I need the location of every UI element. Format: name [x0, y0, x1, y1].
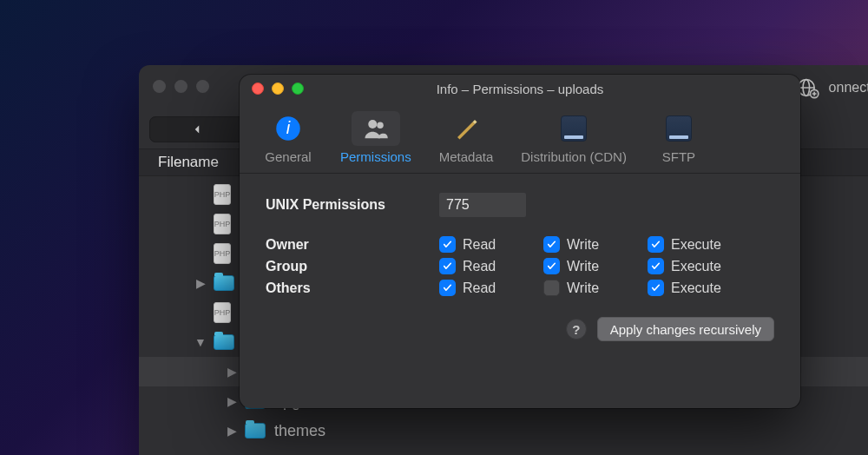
svg-point-8 — [368, 120, 377, 129]
perm-label: Read — [463, 237, 496, 253]
disclosure-triangle-icon[interactable]: ▶ — [194, 276, 207, 290]
tab-bar: i General Permissions Metadata Distribut… — [240, 97, 800, 174]
folder-row[interactable]: ▶themes — [139, 416, 868, 445]
close-button[interactable] — [252, 82, 264, 95]
perm-label: Execute — [671, 259, 721, 274]
checkbox-group-write[interactable] — [543, 258, 560, 274]
perm-label: Write — [567, 259, 599, 274]
perm-group-write: Write — [543, 258, 648, 274]
role-label-owner: Owner — [266, 237, 439, 253]
file-icon: PHP — [214, 302, 231, 323]
window-title: Info – Permissions – uploads — [240, 76, 800, 96]
toolbar-right: onnection — [792, 73, 868, 102]
unix-permissions-row: UNIX Permissions — [266, 193, 774, 217]
back-button[interactable] — [149, 116, 245, 142]
role-label-others: Others — [266, 280, 439, 296]
perm-label: Read — [463, 259, 496, 274]
apply-recursively-button[interactable]: Apply changes recursively — [597, 317, 774, 341]
checkbox-owner-read[interactable] — [439, 236, 456, 253]
checkbox-group-read[interactable] — [439, 258, 456, 274]
zoom-button[interactable] — [292, 82, 304, 95]
tab-permissions[interactable]: Permissions — [330, 106, 422, 173]
perm-others-read: Read — [439, 280, 543, 296]
permissions-grid: OwnerReadWriteExecuteGroupReadWriteExecu… — [266, 236, 774, 296]
checkbox-others-write[interactable] — [543, 280, 560, 296]
checkbox-group-execute[interactable] — [648, 258, 664, 274]
file-icon: PHP — [214, 243, 231, 264]
tab-general[interactable]: i General — [253, 106, 323, 173]
unix-permissions-input[interactable] — [439, 193, 526, 217]
filename-header-label: Filename — [158, 154, 219, 171]
folder-icon — [214, 334, 234, 350]
file-icon: PHP — [214, 214, 231, 234]
tab-sftp[interactable]: SFTP — [644, 106, 713, 173]
file-icon: PHP — [214, 184, 231, 205]
perm-group-read: Read — [439, 258, 543, 274]
info-window: Info – Permissions – uploads i General P… — [240, 75, 800, 408]
tab-distribution[interactable]: Distribution (CDN) — [510, 106, 637, 173]
perm-label: Write — [567, 280, 599, 296]
checkbox-owner-write[interactable] — [543, 236, 560, 253]
minimize-button[interactable] — [272, 82, 284, 95]
unix-permissions-label: UNIX Permissions — [266, 197, 439, 213]
disclosure-triangle-icon[interactable]: ▼ — [194, 335, 207, 349]
drive-icon — [561, 115, 587, 142]
disclosure-triangle-icon[interactable]: ▶ — [226, 394, 238, 408]
perm-label: Read — [463, 280, 496, 296]
tab-distribution-label: Distribution (CDN) — [521, 149, 627, 164]
perm-label: Execute — [671, 237, 721, 253]
checkbox-owner-execute[interactable] — [648, 236, 664, 253]
perm-owner-read: Read — [439, 236, 543, 253]
help-button[interactable]: ? — [566, 319, 587, 340]
role-label-group: Group — [266, 259, 439, 274]
perm-group-execute: Execute — [648, 258, 769, 274]
perm-others-write: Write — [543, 280, 648, 296]
tab-general-label: General — [265, 149, 311, 164]
checkbox-others-read[interactable] — [439, 280, 456, 296]
perm-label: Execute — [671, 280, 721, 296]
disclosure-triangle-icon[interactable]: ▶ — [226, 365, 238, 379]
perm-owner-write: Write — [543, 236, 648, 253]
tab-permissions-label: Permissions — [340, 149, 411, 164]
perm-owner-execute: Execute — [648, 236, 769, 253]
checkbox-others-execute[interactable] — [648, 280, 664, 296]
folder-icon — [245, 423, 266, 439]
svg-point-9 — [377, 122, 384, 129]
info-body: UNIX Permissions OwnerReadWriteExecuteGr… — [240, 174, 800, 341]
tab-metadata-label: Metadata — [439, 149, 494, 164]
perm-others-execute: Execute — [648, 280, 769, 296]
row-name: themes — [274, 422, 326, 440]
svg-text:i: i — [286, 118, 291, 137]
info-titlebar: Info – Permissions – uploads — [240, 75, 800, 97]
drive-icon — [666, 115, 692, 142]
toolbar-connection-label: onnection — [829, 80, 868, 96]
tab-metadata[interactable]: Metadata — [429, 106, 504, 173]
folder-icon — [214, 275, 234, 291]
actions-row: ? Apply changes recursively — [266, 317, 774, 341]
tab-sftp-label: SFTP — [662, 149, 695, 164]
perm-label: Write — [567, 237, 599, 253]
bg-traffic-lights — [153, 80, 218, 96]
disclosure-triangle-icon[interactable]: ▶ — [226, 424, 238, 438]
traffic-lights — [252, 82, 304, 95]
